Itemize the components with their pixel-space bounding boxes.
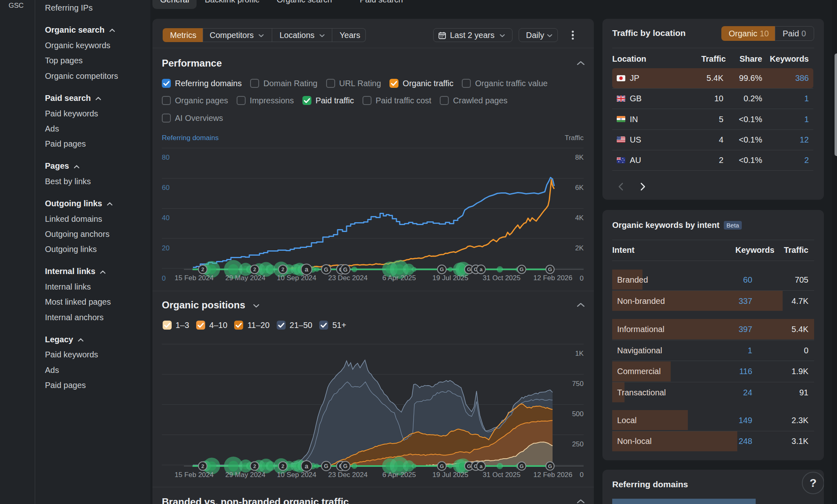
svg-text:G: G	[343, 463, 348, 469]
svg-text:G: G	[548, 463, 552, 469]
svg-text:G: G	[343, 266, 348, 272]
svg-text:G: G	[324, 463, 329, 469]
svg-text:G: G	[548, 266, 552, 272]
svg-text:G: G	[467, 266, 471, 272]
svg-text:G: G	[440, 266, 444, 272]
svg-text:2: 2	[201, 463, 204, 469]
svg-text:2: 2	[201, 266, 204, 272]
svg-text:G: G	[519, 266, 524, 272]
svg-text:2: 2	[253, 266, 256, 272]
svg-text:G: G	[519, 463, 524, 469]
svg-text:G: G	[440, 463, 444, 469]
svg-text:a: a	[305, 266, 309, 273]
svg-text:a: a	[479, 463, 483, 469]
svg-text:a: a	[479, 266, 483, 272]
svg-text:2: 2	[253, 463, 256, 469]
svg-text:G: G	[324, 266, 329, 272]
svg-text:G: G	[467, 463, 471, 469]
svg-text:2: 2	[281, 266, 284, 272]
svg-text:2: 2	[281, 463, 284, 469]
svg-text:a: a	[305, 462, 309, 469]
